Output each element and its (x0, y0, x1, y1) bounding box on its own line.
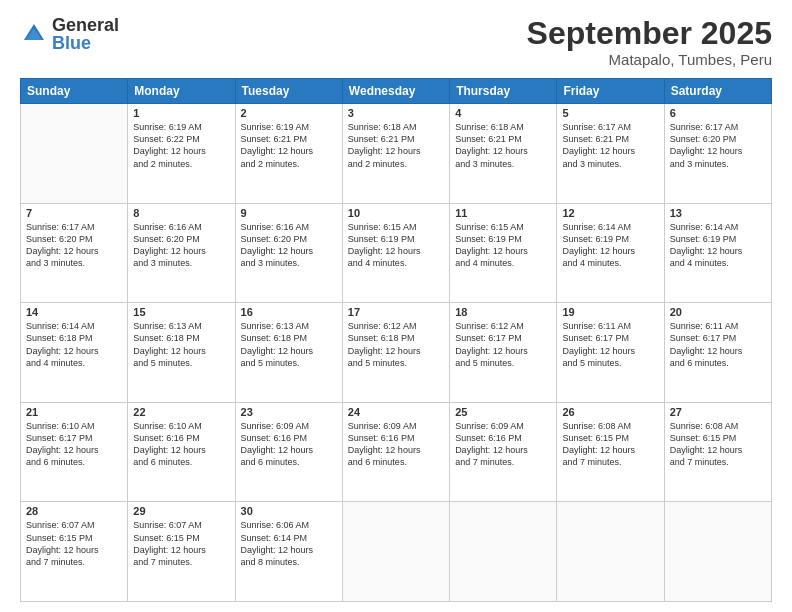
calendar-cell: 12Sunrise: 6:14 AM Sunset: 6:19 PM Dayli… (557, 203, 664, 303)
calendar-cell: 10Sunrise: 6:15 AM Sunset: 6:19 PM Dayli… (342, 203, 449, 303)
calendar-cell (664, 502, 771, 602)
day-info: Sunrise: 6:09 AM Sunset: 6:16 PM Dayligh… (348, 420, 444, 469)
day-info: Sunrise: 6:15 AM Sunset: 6:19 PM Dayligh… (455, 221, 551, 270)
calendar-cell: 13Sunrise: 6:14 AM Sunset: 6:19 PM Dayli… (664, 203, 771, 303)
day-number: 12 (562, 207, 658, 219)
day-number: 21 (26, 406, 122, 418)
day-number: 19 (562, 306, 658, 318)
calendar-cell: 11Sunrise: 6:15 AM Sunset: 6:19 PM Dayli… (450, 203, 557, 303)
calendar-cell: 14Sunrise: 6:14 AM Sunset: 6:18 PM Dayli… (21, 303, 128, 403)
day-number: 29 (133, 505, 229, 517)
day-number: 7 (26, 207, 122, 219)
calendar: SundayMondayTuesdayWednesdayThursdayFrid… (20, 78, 772, 602)
day-info: Sunrise: 6:13 AM Sunset: 6:18 PM Dayligh… (133, 320, 229, 369)
day-info: Sunrise: 6:18 AM Sunset: 6:21 PM Dayligh… (348, 121, 444, 170)
day-info: Sunrise: 6:09 AM Sunset: 6:16 PM Dayligh… (241, 420, 337, 469)
calendar-cell: 24Sunrise: 6:09 AM Sunset: 6:16 PM Dayli… (342, 402, 449, 502)
day-info: Sunrise: 6:19 AM Sunset: 6:21 PM Dayligh… (241, 121, 337, 170)
day-number: 10 (348, 207, 444, 219)
day-info: Sunrise: 6:15 AM Sunset: 6:19 PM Dayligh… (348, 221, 444, 270)
day-number: 18 (455, 306, 551, 318)
calendar-cell: 6Sunrise: 6:17 AM Sunset: 6:20 PM Daylig… (664, 104, 771, 204)
day-number: 5 (562, 107, 658, 119)
logo-general-label: General (52, 16, 119, 34)
calendar-cell: 3Sunrise: 6:18 AM Sunset: 6:21 PM Daylig… (342, 104, 449, 204)
day-info: Sunrise: 6:08 AM Sunset: 6:15 PM Dayligh… (562, 420, 658, 469)
day-info: Sunrise: 6:17 AM Sunset: 6:21 PM Dayligh… (562, 121, 658, 170)
day-info: Sunrise: 6:07 AM Sunset: 6:15 PM Dayligh… (26, 519, 122, 568)
day-number: 1 (133, 107, 229, 119)
day-info: Sunrise: 6:12 AM Sunset: 6:18 PM Dayligh… (348, 320, 444, 369)
calendar-cell: 27Sunrise: 6:08 AM Sunset: 6:15 PM Dayli… (664, 402, 771, 502)
day-number: 6 (670, 107, 766, 119)
day-number: 25 (455, 406, 551, 418)
weekday-header-tuesday: Tuesday (235, 79, 342, 104)
calendar-cell: 23Sunrise: 6:09 AM Sunset: 6:16 PM Dayli… (235, 402, 342, 502)
day-info: Sunrise: 6:17 AM Sunset: 6:20 PM Dayligh… (670, 121, 766, 170)
day-info: Sunrise: 6:14 AM Sunset: 6:19 PM Dayligh… (670, 221, 766, 270)
calendar-cell (21, 104, 128, 204)
calendar-cell: 1Sunrise: 6:19 AM Sunset: 6:22 PM Daylig… (128, 104, 235, 204)
page: General Blue September 2025 Matapalo, Tu… (0, 0, 792, 612)
day-info: Sunrise: 6:06 AM Sunset: 6:14 PM Dayligh… (241, 519, 337, 568)
weekday-header-row: SundayMondayTuesdayWednesdayThursdayFrid… (21, 79, 772, 104)
calendar-cell: 22Sunrise: 6:10 AM Sunset: 6:16 PM Dayli… (128, 402, 235, 502)
day-number: 15 (133, 306, 229, 318)
day-number: 4 (455, 107, 551, 119)
calendar-cell: 21Sunrise: 6:10 AM Sunset: 6:17 PM Dayli… (21, 402, 128, 502)
day-number: 11 (455, 207, 551, 219)
day-info: Sunrise: 6:14 AM Sunset: 6:19 PM Dayligh… (562, 221, 658, 270)
calendar-cell: 7Sunrise: 6:17 AM Sunset: 6:20 PM Daylig… (21, 203, 128, 303)
day-info: Sunrise: 6:11 AM Sunset: 6:17 PM Dayligh… (670, 320, 766, 369)
calendar-cell: 26Sunrise: 6:08 AM Sunset: 6:15 PM Dayli… (557, 402, 664, 502)
day-info: Sunrise: 6:08 AM Sunset: 6:15 PM Dayligh… (670, 420, 766, 469)
day-info: Sunrise: 6:13 AM Sunset: 6:18 PM Dayligh… (241, 320, 337, 369)
day-number: 28 (26, 505, 122, 517)
day-info: Sunrise: 6:10 AM Sunset: 6:17 PM Dayligh… (26, 420, 122, 469)
month-title: September 2025 (527, 16, 772, 51)
calendar-cell: 9Sunrise: 6:16 AM Sunset: 6:20 PM Daylig… (235, 203, 342, 303)
calendar-cell: 29Sunrise: 6:07 AM Sunset: 6:15 PM Dayli… (128, 502, 235, 602)
logo-text: General Blue (52, 16, 119, 52)
day-number: 14 (26, 306, 122, 318)
day-info: Sunrise: 6:17 AM Sunset: 6:20 PM Dayligh… (26, 221, 122, 270)
day-number: 3 (348, 107, 444, 119)
calendar-week-1: 1Sunrise: 6:19 AM Sunset: 6:22 PM Daylig… (21, 104, 772, 204)
calendar-cell: 17Sunrise: 6:12 AM Sunset: 6:18 PM Dayli… (342, 303, 449, 403)
calendar-cell: 30Sunrise: 6:06 AM Sunset: 6:14 PM Dayli… (235, 502, 342, 602)
calendar-cell: 25Sunrise: 6:09 AM Sunset: 6:16 PM Dayli… (450, 402, 557, 502)
logo-blue-label: Blue (52, 34, 119, 52)
day-number: 17 (348, 306, 444, 318)
calendar-cell: 2Sunrise: 6:19 AM Sunset: 6:21 PM Daylig… (235, 104, 342, 204)
calendar-cell: 18Sunrise: 6:12 AM Sunset: 6:17 PM Dayli… (450, 303, 557, 403)
calendar-week-3: 14Sunrise: 6:14 AM Sunset: 6:18 PM Dayli… (21, 303, 772, 403)
location: Matapalo, Tumbes, Peru (527, 51, 772, 68)
day-info: Sunrise: 6:14 AM Sunset: 6:18 PM Dayligh… (26, 320, 122, 369)
day-info: Sunrise: 6:07 AM Sunset: 6:15 PM Dayligh… (133, 519, 229, 568)
day-info: Sunrise: 6:16 AM Sunset: 6:20 PM Dayligh… (133, 221, 229, 270)
day-number: 8 (133, 207, 229, 219)
calendar-week-2: 7Sunrise: 6:17 AM Sunset: 6:20 PM Daylig… (21, 203, 772, 303)
calendar-week-5: 28Sunrise: 6:07 AM Sunset: 6:15 PM Dayli… (21, 502, 772, 602)
title-block: September 2025 Matapalo, Tumbes, Peru (527, 16, 772, 68)
weekday-header-friday: Friday (557, 79, 664, 104)
calendar-cell (342, 502, 449, 602)
day-info: Sunrise: 6:12 AM Sunset: 6:17 PM Dayligh… (455, 320, 551, 369)
day-info: Sunrise: 6:16 AM Sunset: 6:20 PM Dayligh… (241, 221, 337, 270)
calendar-header: SundayMondayTuesdayWednesdayThursdayFrid… (21, 79, 772, 104)
weekday-header-wednesday: Wednesday (342, 79, 449, 104)
day-info: Sunrise: 6:10 AM Sunset: 6:16 PM Dayligh… (133, 420, 229, 469)
header: General Blue September 2025 Matapalo, Tu… (20, 16, 772, 68)
calendar-cell: 4Sunrise: 6:18 AM Sunset: 6:21 PM Daylig… (450, 104, 557, 204)
weekday-header-monday: Monday (128, 79, 235, 104)
day-number: 20 (670, 306, 766, 318)
weekday-header-thursday: Thursday (450, 79, 557, 104)
day-number: 16 (241, 306, 337, 318)
day-info: Sunrise: 6:18 AM Sunset: 6:21 PM Dayligh… (455, 121, 551, 170)
calendar-body: 1Sunrise: 6:19 AM Sunset: 6:22 PM Daylig… (21, 104, 772, 602)
day-number: 30 (241, 505, 337, 517)
day-number: 23 (241, 406, 337, 418)
logo-icon (20, 20, 48, 48)
logo: General Blue (20, 16, 119, 52)
day-info: Sunrise: 6:09 AM Sunset: 6:16 PM Dayligh… (455, 420, 551, 469)
